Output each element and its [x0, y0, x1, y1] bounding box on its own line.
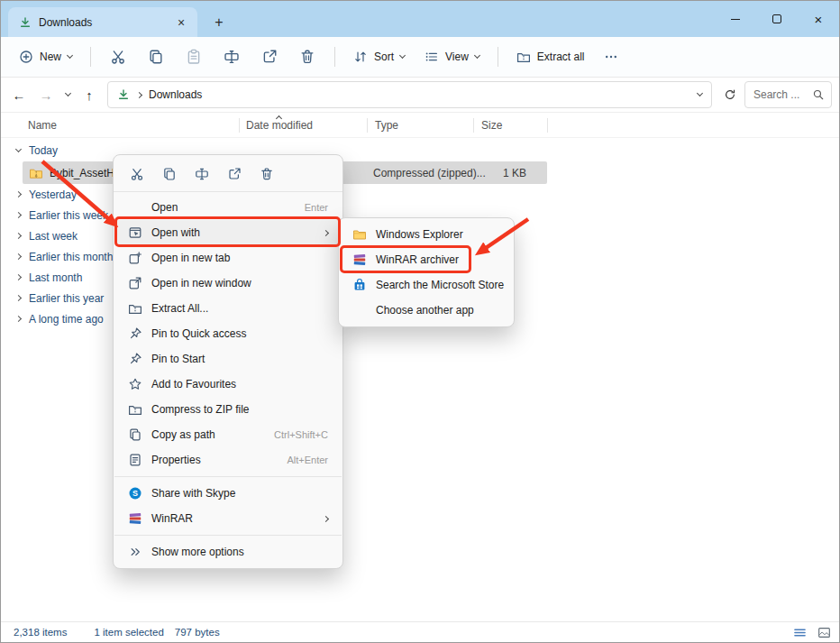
delete-button[interactable] [289, 41, 325, 72]
file-size: 1 KB [503, 167, 526, 179]
forward-button[interactable]: → [33, 81, 59, 108]
refresh-button[interactable] [717, 81, 743, 108]
column-header-type[interactable]: Type [375, 119, 398, 132]
menu-item-label: Share with Skype [151, 487, 328, 500]
extract-all-button[interactable]: Extract all [507, 43, 594, 70]
share-icon [261, 49, 278, 65]
paste-button[interactable] [176, 41, 212, 72]
chevron-right-icon [15, 233, 22, 239]
column-divider[interactable] [367, 118, 368, 133]
cut-button[interactable] [100, 41, 136, 72]
pin-icon [128, 326, 142, 341]
toolbar-divider [498, 47, 498, 67]
maximize-button[interactable] [756, 1, 798, 37]
menu-item-open-in-new-window[interactable]: Open in new window [116, 271, 340, 296]
rename-button[interactable] [214, 41, 250, 72]
share-icon [227, 167, 242, 181]
new-tab-button[interactable]: + [208, 12, 230, 33]
cut-icon [130, 167, 144, 181]
tab-close-icon[interactable]: × [172, 14, 190, 32]
menu-item-copy-as-path[interactable]: Copy as path Ctrl+Shift+C [116, 422, 340, 447]
menu-item-pin-to-quick-access[interactable]: Pin to Quick access [116, 321, 340, 346]
copy-button[interactable] [156, 161, 182, 186]
pin-icon [128, 352, 142, 366]
submenu-item-choose-another-app[interactable]: Choose another app [342, 298, 511, 323]
menu-item-open-with[interactable]: Open with [116, 220, 340, 245]
menu-item-icon-spacer [128, 200, 142, 215]
address-dropdown-icon[interactable] [697, 90, 703, 96]
cut-button[interactable] [123, 161, 150, 186]
copy-path-icon [128, 427, 142, 442]
new-tab-icon [128, 251, 142, 265]
thumbnails-view-icon[interactable] [817, 626, 832, 639]
rename-icon [195, 167, 209, 181]
skype-icon [128, 486, 142, 501]
copy-button[interactable] [138, 41, 174, 72]
chevron-right-icon [15, 191, 22, 197]
menu-item-extract-all[interactable]: Extract All... [116, 296, 340, 321]
download-icon [19, 16, 32, 29]
minimize-button[interactable] [715, 1, 756, 37]
new-window-icon [128, 276, 142, 290]
recent-locations-button[interactable] [60, 81, 75, 108]
winrar-icon [352, 253, 367, 267]
cut-icon [110, 49, 126, 65]
search-input[interactable] [752, 87, 808, 102]
column-divider[interactable] [239, 118, 240, 133]
more-options-button[interactable] [596, 41, 626, 72]
menu-item-add-to-favourites[interactable]: Add to Favourites [116, 372, 340, 397]
new-icon [19, 50, 33, 64]
menu-item-open-in-new-tab[interactable]: Open in new tab [116, 245, 340, 271]
menu-item-pin-to-start[interactable]: Pin to Start [116, 346, 340, 372]
close-button[interactable]: × [798, 1, 839, 37]
submenu-item-windows-explorer[interactable]: Windows Explorer [342, 222, 511, 247]
share-button[interactable] [221, 161, 247, 186]
sort-button[interactable]: Sort [344, 43, 414, 70]
submenu-item-search-microsoft-store[interactable]: Search the Microsoft Store [342, 272, 511, 298]
column-header-name[interactable]: Name [28, 119, 57, 132]
new-button[interactable]: New [10, 43, 81, 70]
submenu-item-label: Windows Explorer [376, 228, 463, 241]
menu-item-compress-to-zip[interactable]: Compress to ZIP file [116, 397, 340, 422]
rename-icon [224, 49, 240, 65]
menu-item-shortcut: Enter [305, 202, 328, 213]
column-header-date-modified[interactable]: Date modified [246, 119, 313, 132]
column-divider[interactable] [473, 118, 474, 133]
search-box [744, 81, 832, 108]
menu-item-properties[interactable]: Properties Alt+Enter [116, 447, 340, 473]
tab-downloads[interactable]: Downloads × [8, 7, 197, 37]
column-header-size[interactable]: Size [481, 119, 502, 132]
breadcrumb-location[interactable]: Downloads [149, 88, 202, 101]
chevron-down-icon [64, 90, 70, 96]
view-button[interactable]: View [415, 43, 488, 70]
share-button[interactable] [251, 41, 288, 72]
submenu-item-winrar-archiver[interactable]: WinRAR archiver [342, 247, 511, 272]
menu-item-shortcut: Alt+Enter [287, 455, 328, 465]
menu-item-open[interactable]: Open Enter [116, 195, 340, 220]
up-button[interactable]: ↑ [77, 81, 102, 108]
breadcrumb[interactable]: Downloads [107, 81, 712, 108]
view-icon [425, 50, 439, 64]
window-controls: × [715, 1, 839, 37]
back-button[interactable]: ← [6, 81, 32, 108]
submenu-item-label: WinRAR archiver [376, 253, 459, 266]
chevron-down-icon [15, 146, 22, 152]
rename-button[interactable] [188, 161, 215, 186]
delete-button[interactable] [253, 161, 279, 186]
menu-item-show-more-options[interactable]: Show more options [116, 539, 340, 565]
zip-icon [128, 402, 142, 417]
chevron-right-icon [15, 253, 22, 260]
winrar-icon [128, 511, 142, 526]
menu-item-share-with-skype[interactable]: Share with Skype [116, 481, 340, 506]
open-with-icon [128, 225, 142, 240]
group-label: A long time ago [29, 313, 104, 326]
forward-icon: → [40, 87, 53, 103]
group-label: Today [29, 144, 58, 157]
column-divider[interactable] [547, 118, 548, 133]
microsoft-store-icon [352, 278, 367, 292]
menu-item-winrar[interactable]: WinRAR [116, 506, 340, 531]
menu-divider [114, 476, 342, 477]
items-count: 2,318 items [14, 627, 67, 638]
group-label: Last week [29, 230, 78, 243]
details-view-icon[interactable] [792, 626, 808, 639]
